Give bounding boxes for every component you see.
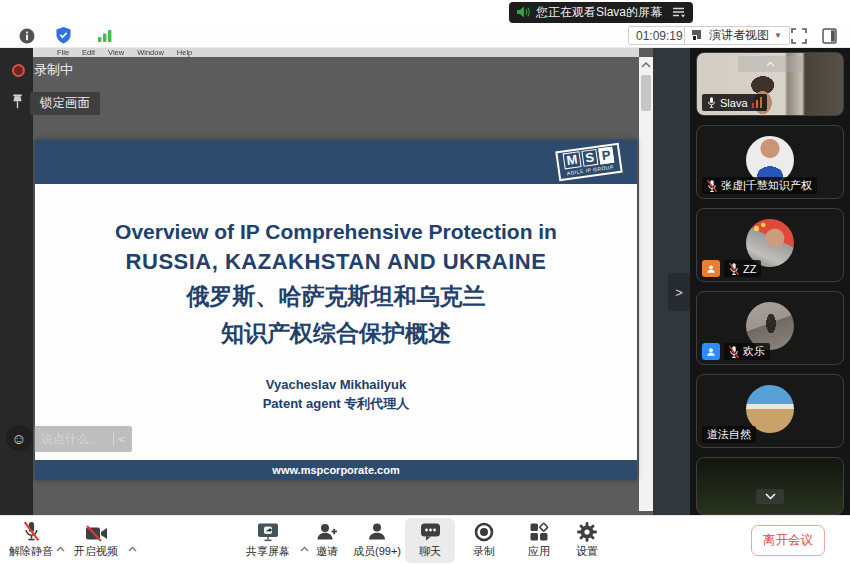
chat-divider [113, 432, 114, 446]
screen-share-banner: 您正在观看Slava的屏幕 [509, 2, 693, 23]
meeting-window: 您正在观看Slava的屏幕 01:09:19 演讲者视图 ▼ [0, 0, 850, 564]
mic-muted-icon [729, 262, 739, 276]
participant-name-bar: Slava [702, 94, 767, 111]
banner-options-icon[interactable] [672, 7, 685, 18]
chat-button[interactable]: 聊天 [407, 520, 453, 559]
recording-label: 录制中 [34, 61, 73, 79]
invite-button[interactable]: 邀请 [305, 520, 349, 559]
emoji-reaction-button[interactable]: ☺ [6, 425, 32, 451]
participant-tile-zhangxu[interactable]: 张虚|千慧知识产权 [696, 125, 844, 199]
view-mode-caret-icon: ▼ [774, 31, 782, 40]
side-panel-toggle-icon[interactable] [820, 27, 838, 44]
recording-dot-icon [12, 64, 25, 77]
chat-placeholder: 说点什么... [41, 431, 108, 448]
start-video-label: 开启视频 [74, 544, 118, 559]
presenter-title: Patent agent 专利代理人 [35, 395, 637, 413]
menu-file[interactable]: File [57, 48, 69, 57]
participant-badge-blue [702, 343, 720, 360]
banner-text: 您正在观看Slava的屏幕 [536, 4, 662, 21]
meeting-toolbar: 解除静音 开启视频 共享屏幕 邀请 [0, 515, 850, 564]
security-shield-icon[interactable] [54, 27, 72, 44]
logo-letter: M [562, 151, 581, 169]
lock-view-control[interactable]: 锁定画面 [11, 92, 100, 115]
quick-chat-input[interactable]: 说点什么... < [34, 426, 132, 452]
top-control-bar: 01:09:19 演讲者视图 ▼ [0, 22, 850, 48]
audio-options-caret[interactable] [56, 538, 65, 556]
logo-letter: P [598, 147, 615, 165]
pin-icon [11, 94, 24, 113]
menu-window[interactable]: Window [137, 48, 164, 57]
fullscreen-icon[interactable] [790, 27, 808, 44]
shared-window-menubar: File Edit View Window Help [33, 48, 639, 57]
chevron-right-icon: > [675, 285, 683, 300]
scroll-more-participants-button[interactable] [756, 489, 784, 504]
slide-title-zh-line2: 知识产权综合保护概述 [35, 318, 637, 349]
host-badge-orange [702, 260, 720, 277]
participants-sidebar: Slava 张虚|千慧知识产权 [690, 48, 850, 515]
unmute-label: 解除静音 [9, 544, 53, 559]
unmute-button[interactable]: 解除静音 [6, 520, 56, 559]
members-person-icon [367, 520, 387, 542]
invite-label: 邀请 [316, 544, 338, 559]
expand-panel-handle[interactable]: > [668, 273, 690, 311]
apps-button[interactable]: 应用 [517, 520, 561, 559]
participant-tile-daofaziran[interactable]: 道法自然 [696, 374, 844, 448]
apps-label: 应用 [528, 544, 550, 559]
view-mode-button[interactable]: 演讲者视图 ▼ [684, 26, 790, 45]
slide-footer-url: www.mspcorporate.com [272, 464, 399, 476]
speaker-view-icon [692, 30, 704, 41]
slide-title-en-line2: RUSSIA, KAZAKHSTAN AND UKRAINE [35, 249, 637, 275]
menu-edit[interactable]: Edit [82, 48, 95, 57]
collapse-chat-icon[interactable]: < [119, 433, 125, 445]
apps-grid-icon [529, 520, 549, 542]
participant-name: 张虚|千慧知识产权 [721, 178, 812, 193]
slide-title-en-line1: Overview of IP Comprehensive Protection … [35, 220, 637, 244]
slide-header-band: M S P AGILE IP GROUP [35, 140, 637, 184]
participant-name: Slava [720, 97, 748, 109]
lock-view-label: 锁定画面 [30, 92, 100, 115]
share-screen-icon [257, 520, 279, 542]
leave-meeting-button[interactable]: 离开会议 [751, 525, 825, 556]
participant-tile-zz[interactable]: ZZ [696, 208, 844, 282]
meeting-info-icon[interactable] [18, 27, 36, 44]
shared-window-scrollbar[interactable] [639, 57, 653, 511]
menu-help[interactable]: Help [177, 48, 192, 57]
participant-tile-huanle[interactable]: 欢乐 [696, 291, 844, 365]
chat-label: 聊天 [419, 544, 441, 559]
share-screen-button[interactable]: 共享屏幕 [240, 520, 296, 559]
participant-tile-slava[interactable]: Slava [696, 52, 844, 116]
participant-name-bar: 欢乐 [724, 343, 770, 360]
video-strip-collapse[interactable] [738, 56, 802, 72]
participant-name-bar: ZZ [724, 260, 761, 277]
video-options-caret[interactable] [128, 538, 137, 556]
participant-name-bar: 道法自然 [702, 426, 756, 443]
record-button[interactable]: 录制 [462, 520, 506, 559]
view-mode-label: 演讲者视图 [709, 27, 769, 44]
share-screen-label: 共享屏幕 [246, 544, 290, 559]
camera-off-icon [85, 520, 108, 542]
start-video-button[interactable]: 开启视频 [70, 520, 122, 559]
participant-name: ZZ [743, 263, 756, 275]
msp-logo: M S P AGILE IP GROUP [555, 143, 623, 182]
network-signal-icon[interactable] [96, 27, 114, 44]
participant-tile-partial[interactable] [696, 457, 844, 515]
mic-muted-icon [22, 520, 41, 542]
members-button[interactable]: 成员(99+) [348, 520, 406, 559]
participant-name-bar: 张虚|千慧知识产权 [702, 177, 817, 194]
menu-view[interactable]: View [108, 48, 124, 57]
mic-on-icon [707, 96, 716, 109]
mic-muted-icon [707, 179, 717, 193]
main-area: File Edit View Window Help 录制中 锁定画面 [0, 48, 850, 515]
gear-icon [577, 520, 597, 542]
speaker-icon [517, 4, 530, 22]
settings-label: 设置 [576, 544, 598, 559]
record-label: 录制 [473, 544, 495, 559]
slide-body: Overview of IP Comprehensive Protection … [35, 184, 637, 413]
logo-letter: S [581, 149, 598, 167]
scrollbar-thumb[interactable] [641, 75, 651, 111]
settings-button[interactable]: 设置 [565, 520, 609, 559]
members-label: 成员(99+) [353, 544, 401, 559]
chat-bubble-icon [420, 520, 441, 542]
shared-screen-view: File Edit View Window Help 录制中 锁定画面 [0, 48, 690, 515]
presenter-name: Vyacheslav Mikhailyuk [35, 377, 637, 392]
